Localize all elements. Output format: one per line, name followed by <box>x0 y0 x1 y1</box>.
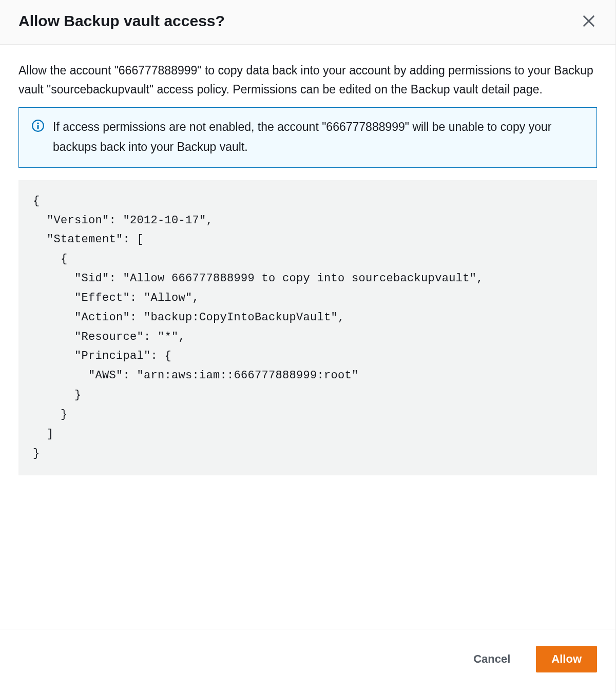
svg-point-1 <box>37 122 38 124</box>
close-button[interactable] <box>581 13 597 29</box>
info-alert: If access permissions are not enabled, t… <box>18 107 597 168</box>
dialog-title: Allow Backup vault access? <box>18 12 225 30</box>
dialog-footer: Cancel Allow <box>0 629 615 693</box>
dialog: Allow Backup vault access? Allow the acc… <box>0 0 616 693</box>
dialog-header: Allow Backup vault access? <box>0 0 615 45</box>
close-icon <box>582 14 596 28</box>
info-icon <box>31 119 45 134</box>
allow-button[interactable]: Allow <box>536 646 597 672</box>
svg-rect-2 <box>37 125 38 129</box>
dialog-description: Allow the account "666777888999" to copy… <box>18 61 597 99</box>
dialog-body: Allow the account "666777888999" to copy… <box>0 45 615 629</box>
info-text: If access permissions are not enabled, t… <box>53 117 584 157</box>
policy-json-block: { "Version": "2012-10-17", "Statement": … <box>18 180 597 476</box>
cancel-button[interactable]: Cancel <box>458 646 526 672</box>
